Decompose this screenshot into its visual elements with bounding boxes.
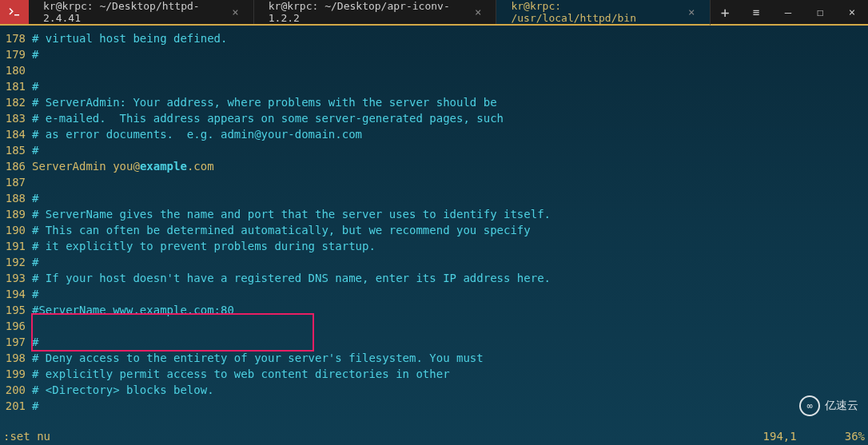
tab-2[interactable]: kr@krpc: /usr/local/httpd/bin × bbox=[496, 0, 710, 26]
line-number: 197 bbox=[0, 334, 29, 350]
line-number: 192 bbox=[0, 254, 29, 270]
watermark-text: 亿速云 bbox=[825, 399, 858, 413]
tab-bar: kr@krpc: ~/Desktop/httpd-2.4.41 × kr@krp… bbox=[29, 0, 740, 24]
line-number: 183 bbox=[0, 110, 29, 126]
code-line: # bbox=[32, 254, 868, 270]
window-controls: ≡ — ☐ × bbox=[740, 0, 868, 24]
code-line: # Deny access to the entirety of your se… bbox=[32, 350, 868, 366]
line-number: 186 bbox=[0, 158, 29, 174]
line-number: 195 bbox=[0, 302, 29, 318]
code-line: # it explicitly to prevent problems duri… bbox=[32, 238, 868, 254]
code-line: # bbox=[32, 286, 868, 302]
line-number: 201 bbox=[0, 398, 29, 414]
watermark: ∞ 亿速云 bbox=[799, 395, 858, 416]
code-line: # ServerName gives the name and port tha… bbox=[32, 206, 868, 222]
line-number: 194 bbox=[0, 286, 29, 302]
line-number: 185 bbox=[0, 142, 29, 158]
close-button[interactable]: × bbox=[836, 0, 868, 24]
add-tab-button[interactable]: + bbox=[711, 0, 741, 24]
tab-label: kr@krpc: ~/Desktop/httpd-2.4.41 bbox=[43, 0, 224, 24]
line-number: 184 bbox=[0, 126, 29, 142]
code-line: # as error documents. e.g. admin@your-do… bbox=[32, 126, 868, 142]
line-number: 196 bbox=[0, 318, 29, 334]
code-line bbox=[32, 62, 868, 78]
line-number: 191 bbox=[0, 238, 29, 254]
code-line: # ServerAdmin: Your address, where probl… bbox=[32, 94, 868, 110]
code-line: # bbox=[32, 398, 868, 414]
tab-label: kr@krpc: /usr/local/httpd/bin bbox=[511, 0, 680, 24]
code-line: # bbox=[32, 334, 868, 350]
line-number: 188 bbox=[0, 190, 29, 206]
line-number: 189 bbox=[0, 206, 29, 222]
vim-status-bar: :set nu 194,1 36% bbox=[0, 427, 868, 445]
tab-1[interactable]: kr@krpc: ~/Desktop/apr-iconv-1.2.2 × bbox=[254, 0, 497, 24]
close-icon[interactable]: × bbox=[475, 6, 481, 18]
code-line bbox=[32, 174, 868, 190]
code-line: # This can often be determined automatic… bbox=[32, 222, 868, 238]
line-number: 198 bbox=[0, 350, 29, 366]
line-number: 178 bbox=[0, 30, 29, 46]
line-number: 200 bbox=[0, 382, 29, 398]
hamburger-menu-icon[interactable]: ≡ bbox=[740, 0, 772, 24]
line-number: 181 bbox=[0, 78, 29, 94]
code-line: # bbox=[32, 46, 868, 62]
titlebar: kr@krpc: ~/Desktop/httpd-2.4.41 × kr@krp… bbox=[0, 0, 868, 26]
cursor-position: 194,1 bbox=[763, 430, 797, 443]
code-line: # e-mailed. This address appears on some… bbox=[32, 110, 868, 126]
editor-viewport[interactable]: 1781791801811821831841851861871881891901… bbox=[0, 26, 868, 445]
code-line: # bbox=[32, 142, 868, 158]
code-line: # virtual host being defined. bbox=[32, 30, 868, 46]
code-line: ServerAdmin you@example.com bbox=[32, 158, 868, 174]
code-line bbox=[32, 318, 868, 334]
line-number: 193 bbox=[0, 270, 29, 286]
code-line: #ServerName www.example.com:80 bbox=[32, 302, 868, 318]
code-content[interactable]: # virtual host being defined.### ServerA… bbox=[29, 26, 868, 427]
terminal-app-icon[interactable] bbox=[0, 0, 29, 24]
code-area: 1781791801811821831841851861871881891901… bbox=[0, 26, 868, 427]
line-number: 187 bbox=[0, 174, 29, 190]
code-line: # If your host doesn't have a registered… bbox=[32, 270, 868, 286]
line-number: 180 bbox=[0, 62, 29, 78]
minimize-button[interactable]: — bbox=[772, 0, 804, 24]
line-number: 182 bbox=[0, 94, 29, 110]
line-number: 199 bbox=[0, 366, 29, 382]
code-line: # bbox=[32, 190, 868, 206]
line-number-gutter: 1781791801811821831841851861871881891901… bbox=[0, 26, 29, 427]
watermark-icon: ∞ bbox=[799, 395, 820, 416]
line-number: 179 bbox=[0, 46, 29, 62]
close-icon[interactable]: × bbox=[232, 6, 238, 18]
code-line: # explicitly permit access to web conten… bbox=[32, 366, 868, 382]
vim-command: :set nu bbox=[3, 430, 763, 443]
scroll-percent: 36% bbox=[845, 430, 865, 443]
line-number: 190 bbox=[0, 222, 29, 238]
code-line: # bbox=[32, 78, 868, 94]
close-icon[interactable]: × bbox=[688, 6, 695, 18]
maximize-button[interactable]: ☐ bbox=[804, 0, 836, 24]
code-line: # <Directory> blocks below. bbox=[32, 382, 868, 398]
tab-label: kr@krpc: ~/Desktop/apr-iconv-1.2.2 bbox=[269, 0, 467, 24]
tab-0[interactable]: kr@krpc: ~/Desktop/httpd-2.4.41 × bbox=[29, 0, 254, 24]
